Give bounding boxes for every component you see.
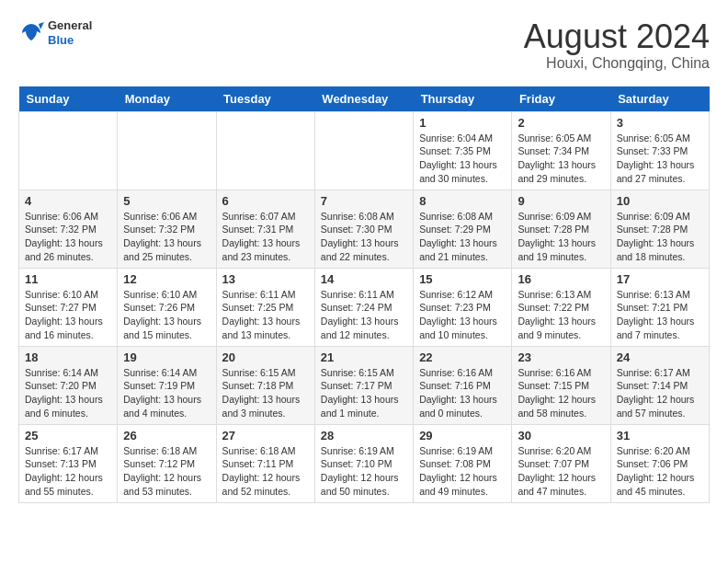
location: Houxi, Chongqing, China <box>524 55 710 72</box>
day-number: 10 <box>617 194 703 208</box>
day-number: 14 <box>321 272 407 286</box>
calendar-week: 18Sunrise: 6:14 AM Sunset: 7:20 PM Dayli… <box>19 346 710 424</box>
day-number: 31 <box>617 429 703 442</box>
cell-content: Sunrise: 6:13 AM Sunset: 7:22 PM Dayligh… <box>518 288 604 342</box>
calendar-cell: 28Sunrise: 6:19 AM Sunset: 7:10 PM Dayli… <box>314 424 413 502</box>
cell-content: Sunrise: 6:09 AM Sunset: 7:28 PM Dayligh… <box>617 210 703 264</box>
calendar-cell <box>118 111 216 190</box>
cell-content: Sunrise: 6:10 AM Sunset: 7:27 PM Dayligh… <box>25 288 111 342</box>
calendar-body: 1Sunrise: 6:04 AM Sunset: 7:35 PM Daylig… <box>19 111 710 502</box>
logo-blue: Blue <box>48 33 92 48</box>
day-number: 16 <box>518 272 604 286</box>
day-number: 9 <box>518 194 604 208</box>
cell-content: Sunrise: 6:16 AM Sunset: 7:15 PM Dayligh… <box>518 366 604 420</box>
day-number: 30 <box>518 429 604 442</box>
calendar-cell: 8Sunrise: 6:08 AM Sunset: 7:29 PM Daylig… <box>414 190 512 268</box>
day-number: 8 <box>419 194 506 208</box>
calendar-cell: 10Sunrise: 6:09 AM Sunset: 7:28 PM Dayli… <box>610 190 709 268</box>
cell-content: Sunrise: 6:18 AM Sunset: 7:12 PM Dayligh… <box>123 444 210 499</box>
day-number: 4 <box>25 194 111 208</box>
header-day: Saturday <box>610 86 709 112</box>
day-number: 7 <box>321 194 407 208</box>
cell-content: Sunrise: 6:17 AM Sunset: 7:13 PM Dayligh… <box>25 444 111 499</box>
cell-content: Sunrise: 6:05 AM Sunset: 7:34 PM Dayligh… <box>518 132 604 186</box>
header-day: Sunday <box>19 86 118 112</box>
calendar-cell: 19Sunrise: 6:14 AM Sunset: 7:19 PM Dayli… <box>118 346 216 424</box>
calendar-cell: 17Sunrise: 6:13 AM Sunset: 7:21 PM Dayli… <box>610 268 709 346</box>
cell-content: Sunrise: 6:05 AM Sunset: 7:33 PM Dayligh… <box>617 132 703 186</box>
day-number: 23 <box>518 350 604 364</box>
day-number: 25 <box>25 429 111 442</box>
cell-content: Sunrise: 6:20 AM Sunset: 7:06 PM Dayligh… <box>617 444 703 499</box>
calendar-cell: 31Sunrise: 6:20 AM Sunset: 7:06 PM Dayli… <box>610 424 709 502</box>
calendar-table: SundayMondayTuesdayWednesdayThursdayFrid… <box>18 86 710 503</box>
day-number: 20 <box>222 350 309 364</box>
calendar-week: 4Sunrise: 6:06 AM Sunset: 7:32 PM Daylig… <box>19 190 710 268</box>
header-row: SundayMondayTuesdayWednesdayThursdayFrid… <box>19 86 710 112</box>
header-day: Wednesday <box>314 86 413 112</box>
cell-content: Sunrise: 6:15 AM Sunset: 7:17 PM Dayligh… <box>321 366 407 420</box>
calendar-cell: 1Sunrise: 6:04 AM Sunset: 7:35 PM Daylig… <box>414 111 512 190</box>
cell-content: Sunrise: 6:20 AM Sunset: 7:07 PM Dayligh… <box>518 444 604 499</box>
header-day: Friday <box>512 86 610 112</box>
day-number: 18 <box>25 350 111 364</box>
calendar-week: 11Sunrise: 6:10 AM Sunset: 7:27 PM Dayli… <box>19 268 710 346</box>
title-block: August 2024 Houxi, Chongqing, China <box>524 18 710 72</box>
calendar-cell: 23Sunrise: 6:16 AM Sunset: 7:15 PM Dayli… <box>512 346 610 424</box>
day-number: 3 <box>617 116 703 130</box>
calendar-cell: 3Sunrise: 6:05 AM Sunset: 7:33 PM Daylig… <box>610 111 709 190</box>
day-number: 17 <box>617 272 703 286</box>
day-number: 29 <box>419 429 506 442</box>
cell-content: Sunrise: 6:12 AM Sunset: 7:23 PM Dayligh… <box>419 288 506 342</box>
day-number: 5 <box>123 194 210 208</box>
calendar-cell: 12Sunrise: 6:10 AM Sunset: 7:26 PM Dayli… <box>118 268 216 346</box>
calendar-cell: 13Sunrise: 6:11 AM Sunset: 7:25 PM Dayli… <box>216 268 314 346</box>
calendar-cell: 29Sunrise: 6:19 AM Sunset: 7:08 PM Dayli… <box>414 424 512 502</box>
cell-content: Sunrise: 6:16 AM Sunset: 7:16 PM Dayligh… <box>419 366 506 420</box>
cell-content: Sunrise: 6:07 AM Sunset: 7:31 PM Dayligh… <box>222 210 309 264</box>
calendar-cell: 4Sunrise: 6:06 AM Sunset: 7:32 PM Daylig… <box>19 190 118 268</box>
calendar-week: 1Sunrise: 6:04 AM Sunset: 7:35 PM Daylig… <box>19 111 710 190</box>
calendar-cell: 5Sunrise: 6:06 AM Sunset: 7:32 PM Daylig… <box>118 190 216 268</box>
calendar-header: SundayMondayTuesdayWednesdayThursdayFrid… <box>19 86 710 112</box>
cell-content: Sunrise: 6:13 AM Sunset: 7:21 PM Dayligh… <box>617 288 703 342</box>
day-number: 21 <box>321 350 407 364</box>
day-number: 27 <box>222 429 309 442</box>
day-number: 2 <box>518 116 604 130</box>
logo-bird-icon <box>18 20 44 46</box>
day-number: 1 <box>419 116 506 130</box>
calendar-cell: 7Sunrise: 6:08 AM Sunset: 7:30 PM Daylig… <box>314 190 413 268</box>
logo-general: General <box>48 18 92 33</box>
cell-content: Sunrise: 6:14 AM Sunset: 7:19 PM Dayligh… <box>123 366 210 420</box>
calendar-cell: 6Sunrise: 6:07 AM Sunset: 7:31 PM Daylig… <box>216 190 314 268</box>
calendar-cell <box>216 111 314 190</box>
day-number: 15 <box>419 272 506 286</box>
cell-content: Sunrise: 6:10 AM Sunset: 7:26 PM Dayligh… <box>123 288 210 342</box>
calendar-cell: 27Sunrise: 6:18 AM Sunset: 7:11 PM Dayli… <box>216 424 314 502</box>
cell-content: Sunrise: 6:19 AM Sunset: 7:08 PM Dayligh… <box>419 444 506 499</box>
logo-container: General Blue <box>18 18 92 47</box>
calendar-cell: 24Sunrise: 6:17 AM Sunset: 7:14 PM Dayli… <box>610 346 709 424</box>
calendar-cell: 14Sunrise: 6:11 AM Sunset: 7:24 PM Dayli… <box>314 268 413 346</box>
header-day: Thursday <box>414 86 512 112</box>
header-day: Monday <box>118 86 216 112</box>
calendar-cell <box>314 111 413 190</box>
cell-content: Sunrise: 6:19 AM Sunset: 7:10 PM Dayligh… <box>321 444 407 499</box>
day-number: 26 <box>123 429 210 442</box>
calendar-cell: 25Sunrise: 6:17 AM Sunset: 7:13 PM Dayli… <box>19 424 118 502</box>
day-number: 24 <box>617 350 703 364</box>
cell-content: Sunrise: 6:08 AM Sunset: 7:30 PM Dayligh… <box>321 210 407 264</box>
calendar-cell <box>19 111 118 190</box>
header-day: Tuesday <box>216 86 314 112</box>
day-number: 22 <box>419 350 506 364</box>
month-year: August 2024 <box>524 18 710 55</box>
cell-content: Sunrise: 6:06 AM Sunset: 7:32 PM Dayligh… <box>123 210 210 264</box>
calendar-cell: 21Sunrise: 6:15 AM Sunset: 7:17 PM Dayli… <box>314 346 413 424</box>
cell-content: Sunrise: 6:08 AM Sunset: 7:29 PM Dayligh… <box>419 210 506 264</box>
logo: General Blue <box>18 18 92 47</box>
cell-content: Sunrise: 6:14 AM Sunset: 7:20 PM Dayligh… <box>25 366 111 420</box>
calendar-cell: 11Sunrise: 6:10 AM Sunset: 7:27 PM Dayli… <box>19 268 118 346</box>
calendar-cell: 30Sunrise: 6:20 AM Sunset: 7:07 PM Dayli… <box>512 424 610 502</box>
day-number: 13 <box>222 272 309 286</box>
cell-content: Sunrise: 6:15 AM Sunset: 7:18 PM Dayligh… <box>222 366 309 420</box>
